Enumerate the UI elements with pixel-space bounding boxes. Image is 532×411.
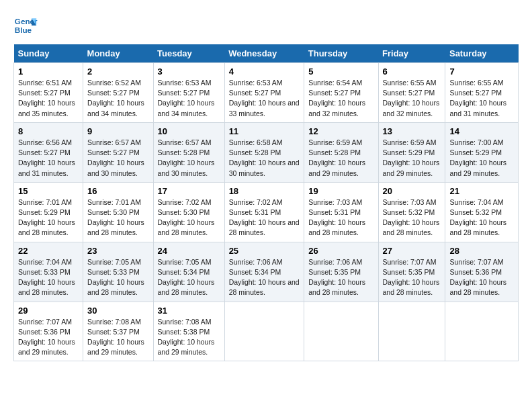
day-info: Sunrise: 7:05 AM Sunset: 5:34 PM Dayligh… xyxy=(158,257,220,298)
day-number: 19 xyxy=(308,186,373,196)
calendar-cell: 28 Sunrise: 7:07 AM Sunset: 5:36 PM Dayl… xyxy=(445,242,519,302)
calendar-cell: 16 Sunrise: 7:01 AM Sunset: 5:30 PM Dayl… xyxy=(83,182,153,242)
day-info: Sunrise: 7:02 AM Sunset: 5:30 PM Dayligh… xyxy=(158,197,220,238)
calendar-cell: 27 Sunrise: 7:07 AM Sunset: 5:35 PM Dayl… xyxy=(378,242,445,302)
day-info: Sunrise: 7:02 AM Sunset: 5:31 PM Dayligh… xyxy=(229,197,300,238)
day-number: 3 xyxy=(158,66,220,77)
day-info: Sunrise: 7:01 AM Sunset: 5:29 PM Dayligh… xyxy=(18,197,79,238)
day-number: 21 xyxy=(449,186,514,196)
calendar-cell: 8 Sunrise: 6:56 AM Sunset: 5:27 PM Dayli… xyxy=(14,122,83,182)
calendar-cell: 22 Sunrise: 7:04 AM Sunset: 5:33 PM Dayl… xyxy=(14,242,83,302)
day-info: Sunrise: 6:59 AM Sunset: 5:28 PM Dayligh… xyxy=(308,138,373,179)
calendar-week-row: 22 Sunrise: 7:04 AM Sunset: 5:33 PM Dayl… xyxy=(14,242,519,302)
day-number: 13 xyxy=(383,126,441,136)
day-number: 17 xyxy=(158,186,220,196)
calendar-week-row: 8 Sunrise: 6:56 AM Sunset: 5:27 PM Dayli… xyxy=(14,122,519,182)
calendar-cell: 31 Sunrise: 7:08 AM Sunset: 5:38 PM Dayl… xyxy=(153,302,224,361)
day-number: 11 xyxy=(229,126,300,136)
calendar-cell: 25 Sunrise: 7:06 AM Sunset: 5:34 PM Dayl… xyxy=(224,242,304,302)
day-info: Sunrise: 6:53 AM Sunset: 5:27 PM Dayligh… xyxy=(229,78,300,119)
day-info: Sunrise: 7:08 AM Sunset: 5:38 PM Dayligh… xyxy=(158,317,220,358)
day-info: Sunrise: 6:52 AM Sunset: 5:27 PM Dayligh… xyxy=(87,78,148,119)
calendar-cell: 23 Sunrise: 7:05 AM Sunset: 5:33 PM Dayl… xyxy=(83,242,153,302)
day-info: Sunrise: 7:03 AM Sunset: 5:31 PM Dayligh… xyxy=(308,197,373,238)
calendar-cell: 11 Sunrise: 6:58 AM Sunset: 5:28 PM Dayl… xyxy=(224,122,304,182)
day-info: Sunrise: 7:04 AM Sunset: 5:32 PM Dayligh… xyxy=(449,197,514,238)
calendar-cell xyxy=(378,302,445,361)
day-number: 7 xyxy=(449,66,514,77)
calendar-cell: 10 Sunrise: 6:57 AM Sunset: 5:28 PM Dayl… xyxy=(153,122,224,182)
calendar-cell: 15 Sunrise: 7:01 AM Sunset: 5:29 PM Dayl… xyxy=(14,182,83,242)
calendar-cell xyxy=(445,302,519,361)
day-info: Sunrise: 7:08 AM Sunset: 5:37 PM Dayligh… xyxy=(87,317,148,358)
calendar-body: 1 Sunrise: 6:51 AM Sunset: 5:27 PM Dayli… xyxy=(14,63,519,361)
calendar-cell: 2 Sunrise: 6:52 AM Sunset: 5:27 PM Dayli… xyxy=(83,63,153,123)
calendar-cell: 1 Sunrise: 6:51 AM Sunset: 5:27 PM Dayli… xyxy=(14,63,83,123)
calendar-cell: 14 Sunrise: 7:00 AM Sunset: 5:29 PM Dayl… xyxy=(445,122,519,182)
page-wrapper: General Blue SundayMondayTuesdayWednesda… xyxy=(13,13,519,361)
day-number: 16 xyxy=(87,186,148,196)
weekday-header-monday: Monday xyxy=(83,44,153,63)
day-number: 6 xyxy=(383,66,441,77)
day-info: Sunrise: 6:57 AM Sunset: 5:28 PM Dayligh… xyxy=(158,138,220,179)
day-info: Sunrise: 7:04 AM Sunset: 5:33 PM Dayligh… xyxy=(18,257,79,298)
calendar-cell: 19 Sunrise: 7:03 AM Sunset: 5:31 PM Dayl… xyxy=(304,182,378,242)
calendar-cell: 29 Sunrise: 7:07 AM Sunset: 5:36 PM Dayl… xyxy=(14,302,83,361)
calendar-cell: 4 Sunrise: 6:53 AM Sunset: 5:27 PM Dayli… xyxy=(224,63,304,123)
day-number: 30 xyxy=(87,306,148,316)
weekday-header-row: SundayMondayTuesdayWednesdayThursdayFrid… xyxy=(14,44,519,63)
day-number: 10 xyxy=(158,126,220,136)
day-info: Sunrise: 7:01 AM Sunset: 5:30 PM Dayligh… xyxy=(87,197,148,238)
day-info: Sunrise: 7:06 AM Sunset: 5:35 PM Dayligh… xyxy=(308,257,373,298)
day-number: 15 xyxy=(18,186,79,196)
day-number: 20 xyxy=(383,186,441,196)
day-info: Sunrise: 6:58 AM Sunset: 5:28 PM Dayligh… xyxy=(229,138,300,179)
day-info: Sunrise: 6:57 AM Sunset: 5:27 PM Dayligh… xyxy=(87,138,148,179)
day-info: Sunrise: 7:07 AM Sunset: 5:35 PM Dayligh… xyxy=(383,257,441,298)
weekday-header-friday: Friday xyxy=(378,44,445,63)
day-number: 25 xyxy=(229,246,300,256)
day-number: 8 xyxy=(18,126,79,136)
calendar-table: SundayMondayTuesdayWednesdayThursdayFrid… xyxy=(13,44,519,361)
day-number: 18 xyxy=(229,186,300,196)
calendar-cell xyxy=(224,302,304,361)
day-info: Sunrise: 6:55 AM Sunset: 5:27 PM Dayligh… xyxy=(383,78,441,119)
calendar-cell: 7 Sunrise: 6:55 AM Sunset: 5:27 PM Dayli… xyxy=(445,63,519,123)
day-number: 23 xyxy=(87,246,148,256)
weekday-header-wednesday: Wednesday xyxy=(224,44,304,63)
day-info: Sunrise: 7:06 AM Sunset: 5:34 PM Dayligh… xyxy=(229,257,300,298)
day-info: Sunrise: 6:51 AM Sunset: 5:27 PM Dayligh… xyxy=(18,78,79,119)
day-number: 31 xyxy=(158,306,220,316)
calendar-cell: 6 Sunrise: 6:55 AM Sunset: 5:27 PM Dayli… xyxy=(378,63,445,123)
day-info: Sunrise: 6:53 AM Sunset: 5:27 PM Dayligh… xyxy=(158,78,220,119)
day-number: 29 xyxy=(18,306,79,316)
calendar-cell: 12 Sunrise: 6:59 AM Sunset: 5:28 PM Dayl… xyxy=(304,122,378,182)
calendar-cell: 21 Sunrise: 7:04 AM Sunset: 5:32 PM Dayl… xyxy=(445,182,519,242)
day-info: Sunrise: 6:55 AM Sunset: 5:27 PM Dayligh… xyxy=(449,78,514,119)
day-number: 24 xyxy=(158,246,220,256)
calendar-cell: 20 Sunrise: 7:03 AM Sunset: 5:32 PM Dayl… xyxy=(378,182,445,242)
day-info: Sunrise: 7:05 AM Sunset: 5:33 PM Dayligh… xyxy=(87,257,148,298)
page-header: General Blue xyxy=(13,13,519,38)
calendar-cell: 5 Sunrise: 6:54 AM Sunset: 5:27 PM Dayli… xyxy=(304,63,378,123)
calendar-cell: 30 Sunrise: 7:08 AM Sunset: 5:37 PM Dayl… xyxy=(83,302,153,361)
calendar-cell: 18 Sunrise: 7:02 AM Sunset: 5:31 PM Dayl… xyxy=(224,182,304,242)
day-number: 27 xyxy=(383,246,441,256)
day-number: 5 xyxy=(308,66,373,77)
day-number: 9 xyxy=(87,126,148,136)
day-info: Sunrise: 7:03 AM Sunset: 5:32 PM Dayligh… xyxy=(383,197,441,238)
calendar-cell: 26 Sunrise: 7:06 AM Sunset: 5:35 PM Dayl… xyxy=(304,242,378,302)
logo: General Blue xyxy=(13,13,38,38)
day-number: 28 xyxy=(449,246,514,256)
day-number: 26 xyxy=(308,246,373,256)
day-number: 4 xyxy=(229,66,300,77)
calendar-cell: 9 Sunrise: 6:57 AM Sunset: 5:27 PM Dayli… xyxy=(83,122,153,182)
calendar-cell: 24 Sunrise: 7:05 AM Sunset: 5:34 PM Dayl… xyxy=(153,242,224,302)
calendar-cell: 17 Sunrise: 7:02 AM Sunset: 5:30 PM Dayl… xyxy=(153,182,224,242)
day-info: Sunrise: 7:00 AM Sunset: 5:29 PM Dayligh… xyxy=(449,138,514,179)
day-info: Sunrise: 6:56 AM Sunset: 5:27 PM Dayligh… xyxy=(18,138,79,179)
weekday-header-tuesday: Tuesday xyxy=(153,44,224,63)
calendar-cell: 13 Sunrise: 6:59 AM Sunset: 5:29 PM Dayl… xyxy=(378,122,445,182)
calendar-week-row: 15 Sunrise: 7:01 AM Sunset: 5:29 PM Dayl… xyxy=(14,182,519,242)
weekday-header-sunday: Sunday xyxy=(14,44,83,63)
